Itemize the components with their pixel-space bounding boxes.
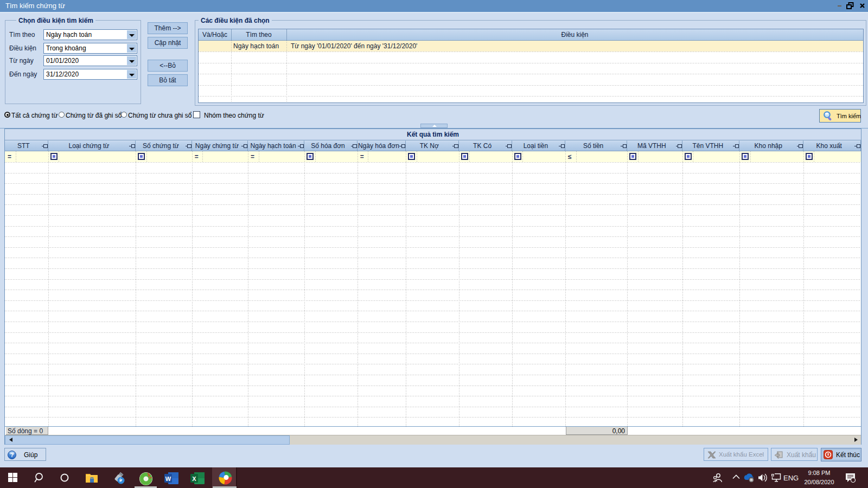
svg-text:?: ? bbox=[10, 452, 14, 458]
svg-text:X: X bbox=[192, 476, 196, 482]
svg-text:W: W bbox=[165, 476, 171, 482]
